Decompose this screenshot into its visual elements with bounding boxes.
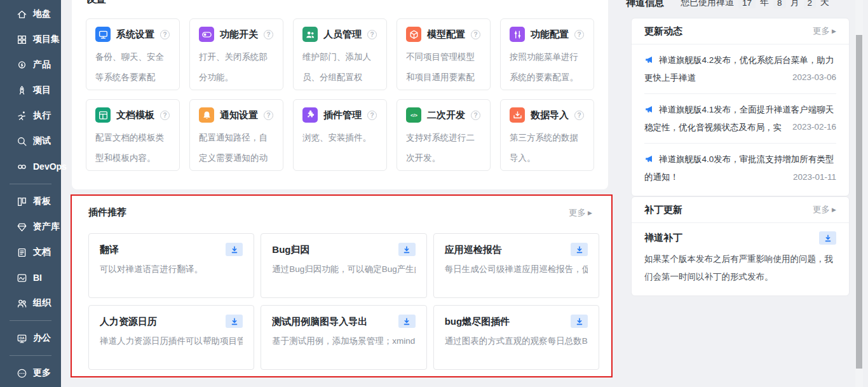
sidebar-item-assets[interactable]: 资产库 [0, 214, 61, 240]
doc-icon [17, 247, 27, 258]
settings-card-feature-config[interactable]: 功能配置 ? 按照功能菜单进行系统的要素配置。 [500, 18, 594, 90]
download-button[interactable] [398, 315, 416, 328]
cube-icon [406, 27, 421, 42]
patch-item-desc: 如果某个版本发布之后有严重影响使用的问题，我们会第一时间以补丁的形式发布。 [644, 250, 836, 286]
plugin-desc: 禅道人力资源日历插件可以帮助项目管理 [100, 336, 243, 347]
settings-section-title: 设置 [86, 0, 594, 5]
help-icon[interactable]: ? [264, 30, 273, 39]
card-desc: 配置文档的模板类型和模板内容。 [95, 128, 170, 168]
card-desc: 维护部门、添加人员、分组配置权限。 [302, 47, 377, 90]
plugin-card-inspection-report[interactable]: 应用巡检报告 每日生成公司级禅道应用巡检报告，促进 [433, 233, 599, 298]
megaphone-icon [644, 55, 654, 65]
card-title: 系统设置 [116, 29, 154, 41]
sidebar-label: BI [33, 273, 42, 283]
sidebar-item-project[interactable]: 项目 [0, 78, 61, 103]
news-item[interactable]: 禅道旗舰版4.0发布，审批流支持增加所有类型的通知！ 2023-01-11 [644, 144, 836, 193]
settings-card-data-import[interactable]: 数据导入 ? 第三方系统的数据导入。 [500, 99, 594, 171]
office-icon: OA [17, 333, 27, 344]
plugin-card-translate[interactable]: 翻译 可以对禅道语言进行翻译。 [88, 233, 254, 298]
usage-duration: 您已使用禅道 17 年 8 月 2 天 [681, 0, 829, 8]
card-title: 文档模板 [116, 109, 154, 121]
sidebar-item-more[interactable]: 更多 [0, 360, 61, 386]
sidebar-label: 办公 [33, 332, 51, 344]
patch-more-link[interactable]: 更多 ▶ [813, 204, 836, 215]
more-icon [17, 368, 27, 379]
settings-card-system[interactable]: 系统设置 ? 备份、聊天、安全等系统各要素配置。 [86, 18, 180, 90]
settings-card-model[interactable]: 模型配置 ? 不同项目管理模型和项目通用要素配置。 [397, 18, 491, 90]
megaphone-icon [644, 104, 654, 114]
settings-card-grid: 系统设置 ? 备份、聊天、安全等系统各要素配置。 功能开关 ? 打开、关闭系统部… [86, 18, 594, 171]
help-icon[interactable]: ? [471, 30, 480, 39]
settings-card-notification[interactable]: 通知设置 ? 配置通知路径，自定义需要通知的动作。 [189, 99, 283, 171]
news-item[interactable]: 禅道旗舰版4.1发布，全面提升禅道客户端聊天稳定性，优化音视频状态及布局，实 2… [644, 94, 836, 144]
plugin-title: 测试用例脑图导入导出 [272, 315, 367, 328]
home-icon [17, 9, 27, 20]
sidebar-item-test[interactable]: 测试 [0, 128, 61, 154]
settings-card-secondary-dev[interactable]: </> 二次开发 ? 支持对系统进行二次开发。 [397, 99, 491, 171]
download-button[interactable] [571, 243, 588, 256]
news-more-link[interactable]: 更多 ▶ [813, 25, 836, 37]
help-icon[interactable]: ? [367, 30, 377, 39]
megaphone-icon [644, 154, 654, 164]
download-button[interactable] [571, 315, 588, 328]
plugin-card-bug-burndown[interactable]: bug燃尽图插件 通过图表的方式直观的观察每日总数Bug [433, 305, 599, 370]
download-button[interactable] [398, 243, 416, 256]
sidebar-label: 看板 [33, 196, 51, 207]
card-desc: 按照功能菜单进行系统的要素配置。 [510, 47, 585, 88]
download-button[interactable] [226, 243, 243, 256]
sidebar-item-home[interactable]: 地盘 [0, 1, 61, 27]
help-icon[interactable]: ? [574, 30, 584, 39]
sidebar-item-office[interactable]: OA 办公 [0, 325, 61, 351]
settings-card-doc-template[interactable]: 文档模板 ? 配置文档的模板类型和模板内容。 [86, 99, 180, 171]
help-icon[interactable]: ? [160, 30, 170, 39]
download-button[interactable] [226, 315, 243, 328]
execution-icon [17, 111, 27, 121]
sidebar-item-bi[interactable]: BI [0, 265, 61, 290]
sidebar-item-project-set[interactable]: 项目集 [0, 27, 61, 52]
plugin-card-bug-attribution[interactable]: Bug归因 通过Bug归因功能，可以确定Bug产生的 [261, 233, 426, 298]
sidebar-label: 组织 [33, 297, 51, 309]
sidebar-item-org[interactable]: 组织 [0, 290, 61, 316]
plugin-desc: 可以对禅道语言进行翻译。 [100, 264, 243, 275]
zentao-info-row: 禅道信息 您已使用禅道 17 年 8 月 2 天 [626, 0, 856, 10]
settings-card-feature-switch[interactable]: 功能开关 ? 打开、关闭系统部分功能。 [189, 18, 283, 90]
help-icon[interactable]: ? [574, 111, 584, 120]
kanban-icon [17, 196, 27, 207]
help-icon[interactable]: ? [160, 111, 170, 120]
sidebar-item-execution[interactable]: 执行 [0, 103, 61, 128]
sidebar-item-devops[interactable]: DevOps [0, 154, 61, 179]
sidebar-label: 资产库 [33, 221, 60, 233]
card-desc: 打开、关闭系统部分功能。 [199, 47, 274, 88]
help-icon[interactable]: ? [264, 111, 273, 120]
sidebar-label: DevOps [33, 161, 67, 172]
card-title: 功能配置 [531, 29, 569, 41]
plugin-title: Bug归因 [272, 243, 309, 256]
settings-card-plugin-manage[interactable]: 插件管理 ? 浏览、安装插件。 [293, 99, 387, 171]
card-title: 二次开发 [427, 109, 465, 121]
sidebar-label: 测试 [33, 135, 51, 147]
scrollbar-thumb[interactable] [856, 35, 862, 369]
card-desc: 配置通知路径，自定义需要通知的动作。 [199, 128, 274, 171]
sidebar-item-kanban[interactable]: 看板 [0, 189, 61, 214]
plugin-card-mindmap-import-export[interactable]: 测试用例脑图导入导出 基于测试用例，添加场景管理；xmind 导 [261, 305, 426, 370]
help-icon[interactable]: ? [367, 111, 377, 120]
card-title: 插件管理 [323, 109, 362, 121]
project-icon [17, 85, 27, 96]
assets-icon [17, 222, 27, 233]
download-button[interactable] [819, 231, 836, 245]
sidebar-item-doc[interactable]: 文档 [0, 240, 61, 265]
sidebar-divider [10, 320, 51, 321]
card-title: 通知设置 [220, 109, 258, 121]
news-card: 更新动态 更多 ▶ 禅道旗舰版4.2发布，优化系统后台菜单，助力更快上手禅道 2… [631, 18, 850, 196]
patch-card: 补丁更新 更多 ▶ 禅道补丁 如果某个版本发布之后有严重影响使用的问题，我们会第… [631, 196, 850, 296]
card-desc: 第三方系统的数据导入。 [510, 128, 585, 168]
settings-card-personnel[interactable]: 人员管理 ? 维护部门、添加人员、分组配置权限。 [293, 18, 387, 90]
plugin-more-link[interactable]: 更多 ▶ [569, 207, 592, 219]
plugin-title: 应用巡检报告 [445, 243, 502, 256]
sidebar-item-product[interactable]: 产品 [0, 52, 61, 78]
plugin-card-hr-calendar[interactable]: 人力资源日历 禅道人力资源日历插件可以帮助项目管理 [88, 305, 254, 370]
news-item[interactable]: 禅道旗舰版4.2发布，优化系统后台菜单，助力更快上手禅道 2023-03-06 [644, 44, 836, 94]
help-icon[interactable]: ? [471, 111, 480, 120]
sidebar: 地盘 项目集 产品 项目 执行 测试 DevOps 看板 资产库 文档 BI [0, 0, 61, 387]
zentao-info-title: 禅道信息 [626, 0, 664, 9]
